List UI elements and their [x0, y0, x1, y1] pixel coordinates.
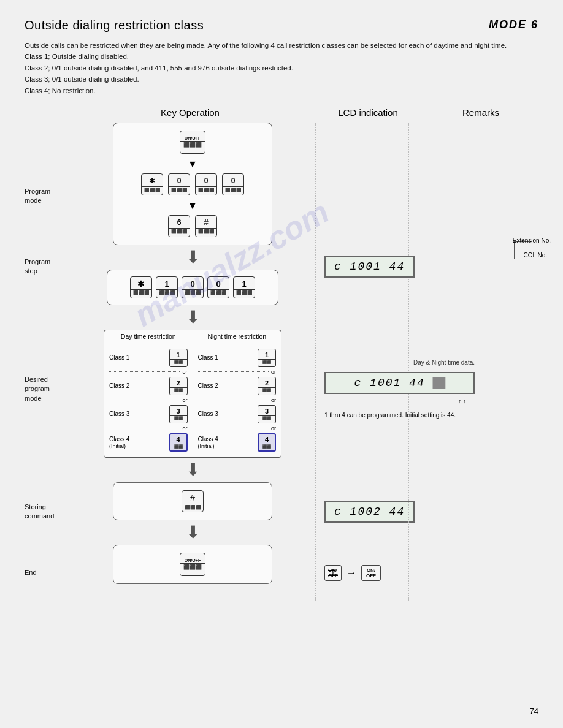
night-restriction-header: Night time restriction: [193, 330, 282, 343]
desc-line-2: Class 1; Outside dialing disabled.: [25, 51, 538, 62]
step-lcd-area: c 1001 44: [324, 256, 415, 278]
key-operation-area: ON/OFF ⬛⬛⬛ ▼ ✱ ⬛⬛⬛ 0 ⬛⬛⬛: [71, 123, 316, 601]
zero-key-1[interactable]: 0 ⬛⬛⬛: [168, 173, 190, 195]
night-class3-row: Class 3 3 ⬛⬛: [198, 405, 277, 423]
program-mode-box: ON/OFF ⬛⬛⬛ ▼ ✱ ⬛⬛⬛ 0 ⬛⬛⬛: [113, 123, 272, 245]
column-headers: Key Operation LCD indication Remarks: [25, 107, 538, 118]
step-1-key[interactable]: 1 ⬛⬛⬛: [156, 276, 178, 298]
night-class4-label: Class 4(Initial): [198, 436, 218, 449]
day-class1-row: Class 1 1 ⬛⬛: [109, 349, 188, 367]
day-class3-row: Class 3 3 ⬛⬛: [109, 405, 188, 423]
storing-lcd-text: c 1002 44: [334, 506, 405, 518]
restriction-table-header: Day time restriction Night time restrict…: [104, 330, 281, 343]
day-class1-btn[interactable]: 1 ⬛⬛: [169, 349, 188, 367]
arrow2: ▼: [120, 200, 266, 211]
star-key[interactable]: ✱ ⬛⬛⬛: [141, 173, 163, 195]
left-labels: Programmode Programstep Desiredprogrammo…: [25, 123, 71, 601]
day-or2: or: [109, 397, 188, 403]
night-col: Class 1 1 ⬛⬛ or Class 2: [193, 343, 282, 457]
six-key[interactable]: 6 ⬛⬛⬛: [168, 215, 190, 237]
day-class2-label: Class 2: [109, 382, 129, 389]
night-class1-row: Class 1 1 ⬛⬛: [198, 349, 277, 367]
big-arrow-2: ⬇: [186, 309, 200, 326]
arrow1: ▼: [120, 159, 266, 170]
program-mode-label-area: Programmode: [25, 159, 71, 233]
restriction-table-body: Class 1 1 ⬛⬛ or Class 2: [104, 343, 281, 457]
end-label-area: End: [25, 545, 71, 601]
header: Outside dialing restriction class MODE 6: [25, 18, 538, 32]
desired-mode-right: Day & Night time data. c 1001 44 ██ ↑ ↑ …: [324, 300, 538, 478]
desired-mode-label-area: Desiredprogrammode: [25, 300, 71, 478]
zero-key-3[interactable]: 0 ⬛⬛⬛: [222, 173, 244, 195]
main-diagram: Programmode Programstep Desiredprogrammo…: [25, 123, 538, 601]
night-class2-btn[interactable]: 2 ⬛⬛: [258, 377, 276, 395]
night-class2-row: Class 2 2 ⬛⬛: [198, 377, 277, 395]
program-step-right: c 1001 44 Extension No. COL No.: [324, 233, 538, 300]
program-step-box: ✱ ⬛⬛⬛ 1 ⬛⬛⬛ 0 ⬛⬛⬛ 0 ⬛⬛⬛: [107, 270, 278, 305]
desired-lcd-area: Day & Night time data. c 1001 44 ██ ↑ ↑ …: [324, 359, 475, 419]
zero-key-2[interactable]: 0 ⬛⬛⬛: [195, 173, 217, 195]
day-class4-label: Class 4(Initial): [109, 436, 129, 449]
storing-label: Storingcommand: [25, 502, 54, 521]
program-step-label: Programstep: [25, 257, 50, 276]
day-class3-label: Class 3: [109, 411, 129, 417]
desc-line-1: Outside calls can be restricted when the…: [25, 40, 538, 51]
day-restriction-header: Day time restriction: [104, 330, 193, 343]
hash-key[interactable]: # ⬛⬛⬛: [195, 215, 217, 237]
storing-hash-btn[interactable]: # ⬛⬛⬛: [182, 490, 204, 512]
big-arrow-1: ⬇: [186, 249, 200, 266]
up-arrows: ↑ ↑: [324, 398, 475, 404]
end-label: End: [25, 568, 37, 577]
step-0b-key[interactable]: 0 ⬛⬛⬛: [207, 276, 229, 298]
col-header-key: Key Operation: [67, 107, 313, 118]
big-arrow-3: ⬇: [186, 461, 200, 479]
day-class3-btn[interactable]: 3 ⬛⬛: [169, 405, 188, 423]
program-step-label-area: Programstep: [25, 233, 71, 300]
night-class3-btn[interactable]: 3 ⬛⬛: [258, 405, 276, 423]
page-number: 74: [530, 707, 538, 716]
bracket-shape: Extension No. COL No.: [514, 241, 532, 259]
desc-line-5: Class 4; No restriction.: [25, 85, 538, 96]
day-col: Class 1 1 ⬛⬛ or Class 2: [104, 343, 193, 457]
mode-btn-row1: ✱ ⬛⬛⬛ 0 ⬛⬛⬛ 0 ⬛⬛⬛ 0 ⬛⬛⬛: [120, 173, 266, 195]
day-class4-btn[interactable]: 4 ⬛⬛: [169, 433, 188, 452]
onoff-strikethrough: ON/ OFF ⟋: [324, 565, 342, 581]
storing-lcd: c 1002 44: [324, 501, 415, 523]
end-right: ON/ OFF ⟋ → ON/ OFF: [324, 545, 538, 601]
day-or1: or: [109, 369, 188, 375]
extension-no-label: Extension No.: [513, 237, 551, 244]
program-step-lcd: c 1001 44: [324, 256, 415, 278]
storing-label-area: Storingcommand: [25, 478, 71, 545]
page: manualzz.com Outside dialing restriction…: [0, 0, 563, 728]
night-or1: or: [198, 369, 277, 375]
end-onoff-btn[interactable]: ON/OFF ⬛⬛⬛: [180, 553, 205, 576]
night-class3-label: Class 3: [198, 411, 218, 417]
step-remarks: Extension No. COL No.: [514, 239, 532, 259]
storing-box: # ⬛⬛⬛: [113, 482, 272, 520]
onoff-solid: ON/ OFF: [361, 565, 381, 581]
day-class1-label: Class 1: [109, 354, 129, 361]
day-class4-row: Class 4(Initial) 4 ⬛⬛: [109, 433, 188, 452]
step-1b-key[interactable]: 1 ⬛⬛⬛: [233, 276, 255, 298]
on-off-button[interactable]: ON/OFF ⬛⬛⬛: [180, 131, 205, 154]
page-title: Outside dialing restriction class: [25, 18, 204, 32]
desired-lcd: c 1001 44 ██: [324, 372, 475, 394]
end-arrow: →: [347, 567, 356, 578]
step-0-key[interactable]: 0 ⬛⬛⬛: [182, 276, 204, 298]
col-no-label: COL No.: [523, 252, 547, 259]
col-header-lcd: LCD indication: [313, 107, 423, 118]
program-step-lcd-text: c 1001 44: [334, 260, 405, 273]
mode-btn-row2: 6 ⬛⬛⬛ # ⬛⬛⬛: [120, 215, 266, 237]
night-class1-btn[interactable]: 1 ⬛⬛: [258, 349, 276, 367]
step-star-key[interactable]: ✱ ⬛⬛⬛: [130, 276, 152, 298]
day-class2-row: Class 2 2 ⬛⬛: [109, 377, 188, 395]
night-class4-row: Class 4(Initial) 4 ⬛⬛: [198, 433, 277, 452]
onoff-row: ON/OFF ⬛⬛⬛: [120, 131, 266, 154]
day-class2-btn[interactable]: 2 ⬛⬛: [169, 377, 188, 395]
restriction-table: Day time restriction Night time restrict…: [104, 330, 282, 458]
storing-right: c 1002 44: [324, 478, 538, 545]
night-class4-btn[interactable]: 4 ⬛⬛: [258, 433, 276, 452]
night-class1-label: Class 1: [198, 354, 218, 361]
day-or3: or: [109, 425, 188, 431]
step-btn-row: ✱ ⬛⬛⬛ 1 ⬛⬛⬛ 0 ⬛⬛⬛ 0 ⬛⬛⬛: [115, 276, 270, 298]
